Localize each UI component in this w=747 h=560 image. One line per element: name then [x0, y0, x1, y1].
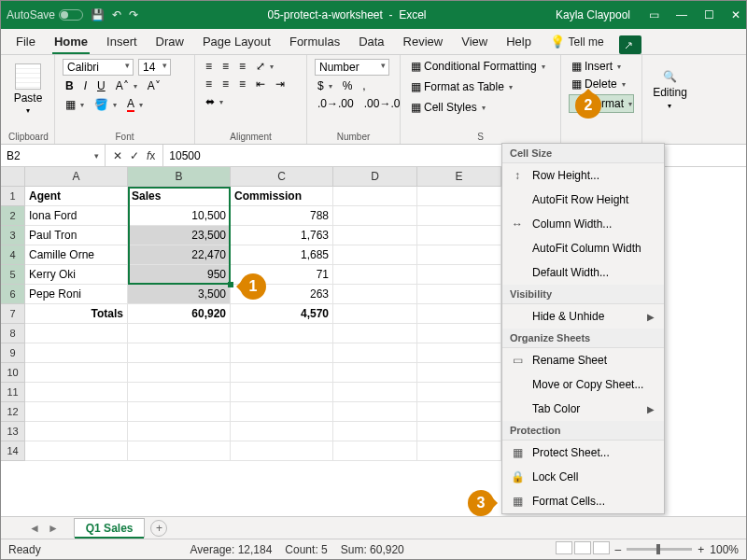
menu-hide-unhide[interactable]: Hide & Unhide▶ — [502, 304, 664, 329]
view-buttons[interactable] — [554, 541, 610, 557]
menu-autofit-col[interactable]: AutoFit Column Width — [502, 236, 664, 260]
cell[interactable] — [231, 363, 333, 383]
zoom-slider[interactable] — [627, 548, 692, 551]
cell[interactable] — [231, 441, 333, 461]
zoom-out[interactable]: – — [615, 543, 622, 556]
tab-home[interactable]: Home — [45, 29, 97, 54]
row-header[interactable]: 5 — [1, 265, 25, 285]
conditional-formatting[interactable]: ▦ Conditional Formatting — [408, 59, 548, 74]
row-header[interactable]: 4 — [1, 245, 25, 265]
col-header[interactable]: B — [128, 167, 231, 187]
editing-button[interactable]: 🔍Editing▾ — [650, 69, 690, 111]
redo-icon[interactable]: ↷ — [129, 8, 138, 21]
menu-default-width[interactable]: Default Width... — [502, 260, 664, 285]
cell[interactable]: 1,685 — [231, 245, 333, 265]
menu-format-cells[interactable]: ▦Format Cells... — [502, 489, 664, 513]
cell[interactable] — [417, 343, 501, 363]
row-header[interactable]: 13 — [1, 422, 25, 441]
insert-cells[interactable]: ▦ Insert — [569, 59, 624, 74]
cell[interactable] — [417, 324, 501, 343]
cell[interactable]: 950 — [128, 265, 231, 285]
cell[interactable] — [417, 265, 501, 285]
row-header[interactable]: 12 — [1, 402, 25, 422]
cell[interactable] — [417, 187, 501, 206]
align-left[interactable]: ≡ — [203, 77, 215, 91]
col-header[interactable]: A — [25, 167, 128, 187]
cell[interactable] — [25, 324, 128, 343]
tab-insert[interactable]: Insert — [97, 29, 147, 54]
grow-font[interactable]: A˄ — [113, 78, 140, 93]
paste-button[interactable]: Paste▾ — [8, 59, 48, 119]
cell[interactable] — [417, 402, 501, 422]
cell[interactable] — [128, 422, 231, 441]
cell[interactable] — [333, 324, 417, 343]
cell[interactable] — [333, 187, 417, 206]
cell[interactable]: Iona Ford — [25, 206, 128, 226]
cell[interactable]: 1,763 — [231, 226, 333, 245]
row-header[interactable]: 10 — [1, 363, 25, 383]
cell[interactable] — [333, 383, 417, 402]
cell[interactable] — [25, 441, 128, 461]
cell-styles[interactable]: ▦ Cell Styles — [408, 100, 488, 115]
cell[interactable] — [231, 343, 333, 363]
tab-help[interactable]: Help — [497, 29, 541, 54]
share-button[interactable] — [619, 35, 641, 54]
font-name[interactable]: Calibri — [63, 59, 134, 76]
increase-decimal[interactable]: .0→.00 — [315, 96, 357, 111]
cell[interactable] — [333, 402, 417, 422]
zoom-in[interactable]: + — [698, 543, 704, 556]
cell[interactable] — [333, 441, 417, 461]
percent-button[interactable]: % — [340, 78, 356, 93]
align-bottom[interactable]: ≡ — [236, 59, 248, 74]
font-color[interactable]: A — [124, 96, 146, 113]
cell[interactable] — [333, 206, 417, 226]
add-sheet-button[interactable]: + — [150, 520, 167, 537]
cell[interactable] — [333, 265, 417, 285]
cell[interactable]: 3,500 — [128, 285, 231, 304]
cell[interactable] — [128, 363, 231, 383]
cell[interactable]: Commission — [231, 187, 333, 206]
tell-me[interactable]: 💡 Tell me — [541, 29, 613, 54]
row-header[interactable]: 7 — [1, 304, 25, 324]
cell[interactable] — [128, 441, 231, 461]
cell[interactable] — [417, 363, 501, 383]
menu-autofit-row[interactable]: AutoFit Row Height — [502, 188, 664, 212]
font-size[interactable]: 14 — [138, 59, 171, 76]
cell[interactable] — [25, 422, 128, 441]
fx-icon[interactable]: fx — [147, 149, 155, 162]
maximize-icon[interactable]: ☐ — [704, 8, 714, 21]
tab-review[interactable]: Review — [394, 29, 453, 54]
orientation[interactable]: ⤢ — [253, 59, 276, 74]
cell[interactable] — [333, 304, 417, 324]
number-format[interactable]: Number — [315, 59, 389, 76]
menu-protect-sheet[interactable]: ▦Protect Sheet... — [502, 441, 664, 465]
tab-data[interactable]: Data — [349, 29, 393, 54]
align-center[interactable]: ≡ — [219, 77, 232, 91]
close-icon[interactable]: ✕ — [731, 8, 740, 21]
cell[interactable] — [417, 304, 501, 324]
cell[interactable]: 788 — [231, 206, 333, 226]
row-header[interactable]: 14 — [1, 441, 25, 461]
cell[interactable] — [128, 324, 231, 343]
border-button[interactable]: ▦ — [63, 97, 87, 112]
cell[interactable]: Pepe Roni — [25, 285, 128, 304]
prev-sheet-icon[interactable]: ◄ — [29, 522, 40, 535]
align-right[interactable]: ≡ — [236, 77, 248, 91]
bold-button[interactable]: B — [63, 78, 77, 93]
underline-button[interactable]: U — [94, 78, 108, 93]
col-header[interactable]: D — [333, 167, 417, 187]
cell[interactable]: Camille Orne — [25, 245, 128, 265]
cell[interactable] — [333, 343, 417, 363]
cell[interactable] — [417, 285, 501, 304]
cell[interactable]: 60,920 — [128, 304, 231, 324]
cell[interactable] — [333, 245, 417, 265]
tab-file[interactable]: File — [7, 29, 45, 54]
cell[interactable]: 4,570 — [231, 304, 333, 324]
cell[interactable] — [128, 402, 231, 422]
col-header[interactable]: E — [417, 167, 501, 187]
align-top[interactable]: ≡ — [203, 59, 215, 74]
delete-cells[interactable]: ▦ Delete — [569, 77, 628, 91]
cell[interactable] — [417, 441, 501, 461]
cell[interactable] — [128, 383, 231, 402]
sheet-tab[interactable]: Q1 Sales — [74, 518, 146, 538]
